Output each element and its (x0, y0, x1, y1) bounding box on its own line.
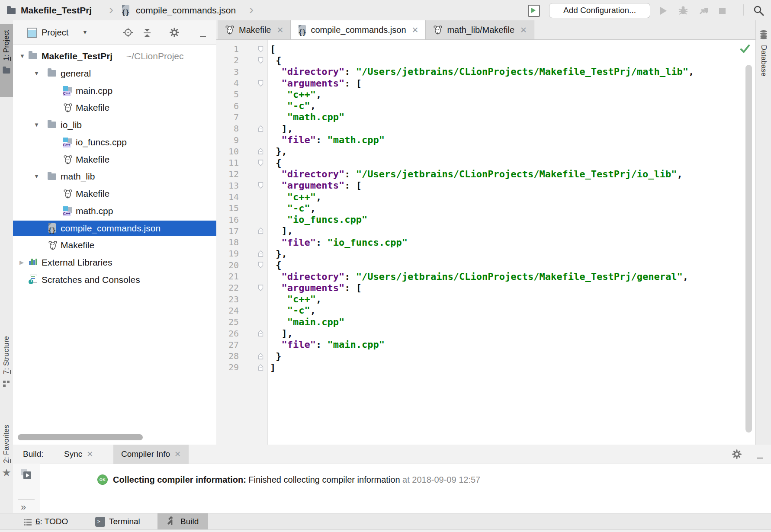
stripe-button-structure[interactable]: 7: Structure (0, 336, 13, 427)
code-line[interactable]: 11 { (216, 157, 755, 168)
tree-item-math-lib[interactable]: ▼math_lib (13, 169, 216, 184)
close-icon[interactable]: ✕ (174, 449, 181, 459)
stripe-button-project[interactable]: 1: Project (0, 24, 13, 97)
code-line[interactable]: 13 "arguments": [ (216, 180, 755, 191)
hide-panel-icon[interactable] (200, 32, 206, 40)
editor-tab-compile-commands-json[interactable]: {}compile_commands.json✕ (291, 20, 426, 39)
toolwindow-button-terminal[interactable]: >_ Terminal (95, 513, 140, 530)
stripe-button-favorites[interactable]: 2: Favorites ★ (0, 425, 13, 516)
tree-item-makefile[interactable]: Makefile (13, 152, 216, 167)
chevron-down-icon[interactable]: ▼ (34, 117, 39, 133)
code-line[interactable]: 4 "arguments": [ (216, 77, 755, 89)
code-viewport[interactable]: 1[2 {3 "directory": "/Users/jetbrains/CL… (216, 43, 755, 373)
fold-start-icon[interactable] (258, 46, 264, 52)
tree-item-general[interactable]: ▼general (13, 66, 216, 81)
close-icon[interactable]: ✕ (412, 25, 419, 35)
tree-item-makefile-testprj[interactable]: ▼Makefile_TestPrj~/CLionProjec (13, 48, 216, 64)
gear-icon[interactable] (732, 449, 742, 461)
chevron-down-icon[interactable]: ▼ (19, 48, 25, 64)
tree-item-makefile[interactable]: Makefile (13, 100, 216, 115)
tree-item-math-cpp[interactable]: C++math.cpp (13, 203, 216, 219)
code-line[interactable]: 12 "directory": "/Users/jetbrains/CLionP… (216, 168, 755, 179)
stripe-button-database[interactable]: Database (756, 30, 771, 77)
hide-panel-icon[interactable] (757, 454, 763, 461)
collapse-all-icon[interactable] (144, 29, 151, 37)
code-line[interactable]: 16 "io_funcs.cpp" (216, 214, 755, 225)
close-icon[interactable]: ✕ (276, 25, 283, 35)
fold-end-icon[interactable] (258, 250, 264, 257)
code-line[interactable]: 18 "file": "io_funcs.cpp" (216, 237, 755, 248)
gear-icon[interactable] (170, 28, 179, 39)
profiler-icon[interactable] (698, 5, 710, 18)
editor-tab-makefile[interactable]: Makefile✕ (218, 20, 291, 39)
code-line[interactable]: 25 "main.cpp" (216, 316, 755, 327)
fold-end-icon[interactable] (258, 353, 264, 359)
add-configuration-button[interactable]: Add Configuration... (549, 3, 650, 18)
tree-item-io-lib[interactable]: ▼io_lib (13, 117, 216, 133)
code-line[interactable]: 22 "arguments": [ (216, 282, 755, 293)
show-more-icon[interactable]: » (21, 502, 26, 513)
stop-icon[interactable] (719, 7, 726, 15)
run-icon[interactable] (660, 6, 667, 15)
horizontal-scrollbar[interactable] (18, 434, 143, 440)
code-line[interactable]: 7 "math.cpp" (216, 112, 755, 123)
toolwindow-button-todo[interactable]: 6: TODO (24, 513, 68, 530)
toolwindow-button-build[interactable]: Build (157, 513, 208, 530)
tree-item-scratches-and-consoles[interactable]: Scratches and Consoles (13, 272, 216, 288)
fold-end-icon[interactable] (258, 364, 264, 371)
fold-start-icon[interactable] (258, 182, 264, 189)
tree-item-io-funcs-cpp[interactable]: C++io_funcs.cpp (13, 135, 216, 150)
tree-item-main-cpp[interactable]: C++main.cpp (13, 83, 216, 99)
fold-start-icon[interactable] (258, 80, 264, 87)
debug-icon[interactable] (678, 5, 689, 18)
tree-item-makefile[interactable]: Makefile (13, 237, 216, 253)
code-line[interactable]: 20 { (216, 260, 755, 271)
fold-start-icon[interactable] (258, 262, 264, 268)
build-tab-compiler-info[interactable]: Compiler Info ✕ (113, 445, 189, 464)
search-everywhere-icon[interactable] (753, 5, 765, 18)
code-line[interactable]: 8 ], (216, 123, 755, 134)
chevron-right-icon[interactable]: ▶ (19, 255, 24, 270)
tree-item-makefile[interactable]: Makefile (13, 186, 216, 202)
fold-start-icon[interactable] (258, 160, 264, 166)
fold-end-icon[interactable] (258, 228, 264, 234)
code-line[interactable]: 10 }, (216, 146, 755, 157)
fold-end-icon[interactable] (258, 125, 264, 132)
build-tab-sync[interactable]: Sync ✕ (56, 445, 101, 464)
editor-tab-math-lib-makefile[interactable]: math_lib/Makefile✕ (426, 20, 534, 39)
code-line[interactable]: 26 ], (216, 327, 755, 339)
code-line[interactable]: 1[ (216, 43, 755, 54)
code-line[interactable]: 3 "directory": "/Users/jetbrains/CLionPr… (216, 66, 755, 77)
code-line[interactable]: 28 } (216, 350, 755, 362)
chevron-down-icon[interactable]: ▼ (82, 20, 88, 45)
code-line[interactable]: 9 "file": "math.cpp" (216, 134, 755, 145)
fold-start-icon[interactable] (258, 285, 264, 291)
fold-end-icon[interactable] (258, 148, 264, 154)
fold-end-icon[interactable] (258, 330, 264, 337)
tree-item-external-libraries[interactable]: ▶External Libraries (13, 255, 216, 270)
close-icon[interactable]: ✕ (520, 25, 527, 35)
code-line[interactable]: 24 "-c", (216, 305, 755, 316)
code-line[interactable]: 5 "c++", (216, 89, 755, 100)
breadcrumb-project[interactable]: Makefile_TestPrj (21, 0, 92, 20)
project-view-title[interactable]: Project (42, 20, 68, 45)
code-line[interactable]: 21 "directory": "/Users/jetbrains/CLionP… (216, 271, 755, 282)
chevron-down-icon[interactable]: ▼ (34, 66, 39, 81)
tree-item-compile-commands-json[interactable]: {}compile_commands.json (13, 221, 216, 236)
code-line[interactable]: 14 "c++", (216, 191, 755, 202)
run-anything-icon[interactable] (528, 5, 540, 17)
vertical-scrollbar[interactable] (745, 65, 752, 433)
build-message-row[interactable]: OK Collecting compiler information: Fini… (97, 472, 480, 487)
jump-to-source-icon[interactable] (21, 469, 32, 480)
code-line[interactable]: 23 "c++", (216, 294, 755, 305)
code-line[interactable]: 2 { (216, 54, 755, 66)
fold-start-icon[interactable] (258, 57, 264, 64)
code-line[interactable]: 17 ], (216, 225, 755, 237)
code-line[interactable]: 19 }, (216, 248, 755, 259)
code-line[interactable]: 29] (216, 362, 755, 373)
breadcrumb-file[interactable]: compile_commands.json (136, 0, 236, 20)
code-line[interactable]: 15 "-c", (216, 202, 755, 214)
code-line[interactable]: 6 "-c", (216, 100, 755, 111)
code-line[interactable]: 27 "file": "main.cpp" (216, 339, 755, 350)
close-icon[interactable]: ✕ (87, 449, 93, 459)
